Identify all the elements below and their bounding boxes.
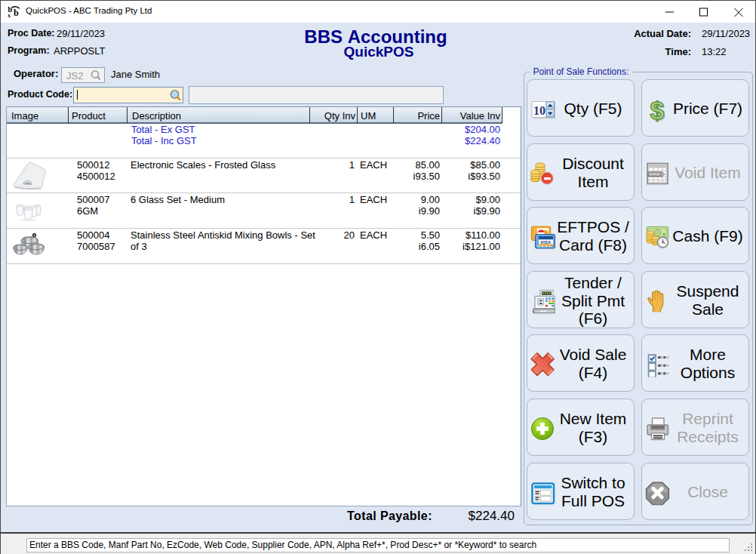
svg-text:b: b bbox=[14, 8, 19, 18]
svg-text:10: 10 bbox=[533, 104, 545, 117]
svg-text:VISA: VISA bbox=[540, 240, 551, 245]
svg-text:$: $ bbox=[650, 97, 665, 122]
